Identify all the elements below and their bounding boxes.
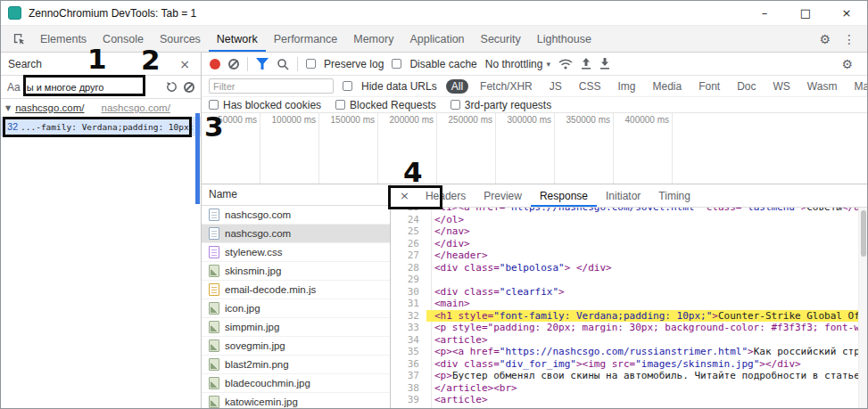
- more-menu-icon[interactable]: ⋮: [837, 26, 862, 52]
- tab-lighthouse[interactable]: Lighthouse: [529, 26, 599, 52]
- filter-chip-font[interactable]: Font: [693, 79, 725, 94]
- tab-security[interactable]: Security: [473, 26, 529, 52]
- request-row[interactable]: stylenew.css: [202, 243, 390, 262]
- network-settings-gear-icon[interactable]: ⚙: [835, 53, 859, 75]
- search-result-row[interactable]: 32 ...-family: Verdana;padding: 10px;: [1, 117, 201, 136]
- code-text: <main>: [426, 298, 858, 310]
- stylesheet-icon: [209, 246, 219, 258]
- code-text: <p>Бустер обменял свои скины на автомоби…: [426, 370, 858, 382]
- devtools-window: ZennoChromium DevTools: Tab = 1 – □ × El…: [0, 0, 868, 409]
- close-search-icon[interactable]: ×: [176, 57, 194, 71]
- image-icon: [209, 321, 219, 333]
- tab-performance[interactable]: Performance: [266, 26, 346, 52]
- code-text: [426, 274, 858, 286]
- request-row[interactable]: sovegmin.jpg: [202, 337, 390, 356]
- filter-chip-img[interactable]: Img: [612, 79, 641, 94]
- request-row[interactable]: nashcsgo.com: [202, 206, 390, 225]
- search-scrollbar-thumb[interactable]: [195, 113, 200, 204]
- timeline-tick: 300000 ms: [496, 113, 555, 184]
- timeline-overview[interactable]: 50000 ms 100000 ms 150000 ms 200000 ms 2…: [202, 113, 867, 184]
- request-row[interactable]: skinsmin.jpg: [202, 262, 390, 281]
- filter-chip-manifest[interactable]: Manifest: [848, 79, 868, 94]
- filter-funnel-icon[interactable]: [256, 58, 269, 70]
- minimize-button[interactable]: –: [744, 1, 785, 25]
- search-input[interactable]: [27, 79, 160, 95]
- tab-elements[interactable]: Elements: [32, 26, 95, 52]
- tab-console[interactable]: Console: [95, 26, 152, 52]
- line-number: 37: [391, 370, 426, 382]
- match-case-toggle[interactable]: Aa: [7, 81, 21, 94]
- close-detail-icon[interactable]: ×: [393, 189, 417, 202]
- maximize-button[interactable]: □: [785, 1, 826, 25]
- search-file-row[interactable]: ▼ nashcsgo.com/ nashcsgo.com/: [1, 99, 201, 117]
- clear-network-log-icon[interactable]: [228, 59, 239, 70]
- close-button[interactable]: ×: [826, 1, 867, 25]
- request-row[interactable]: nashcsgo.com: [202, 225, 390, 243]
- inspect-icon[interactable]: [6, 26, 32, 52]
- record-icon[interactable]: [210, 59, 220, 70]
- code-text: <div class="clearfix">: [426, 286, 858, 299]
- disable-cache-checkbox[interactable]: [392, 59, 401, 69]
- throttling-select[interactable]: No throttling ▾: [485, 58, 550, 70]
- line-number: 34: [391, 334, 426, 347]
- search-network-icon[interactable]: [277, 58, 289, 70]
- filter-chip-ws[interactable]: WS: [768, 79, 796, 94]
- request-row[interactable]: icon.jpg: [202, 299, 390, 318]
- request-row[interactable]: katowicemin.jpg: [202, 393, 390, 408]
- detail-tab-timing[interactable]: Timing: [649, 184, 699, 207]
- image-icon: [209, 396, 219, 408]
- search-panel: Search × Aa ▼ nashcsgo.com/ nashcsgo.com…: [1, 53, 202, 408]
- request-row[interactable]: blast2min.png: [202, 356, 390, 374]
- detail-tab-response[interactable]: Response: [531, 184, 597, 207]
- network-options-row: Has blocked cookies Blocked Requests 3rd…: [202, 97, 867, 113]
- disclosure-triangle-icon[interactable]: ▼: [5, 104, 11, 112]
- filter-chip-media[interactable]: Media: [647, 79, 687, 94]
- filter-input[interactable]: [209, 78, 334, 94]
- result-snippet: ...-family: Verdana;padding: 10px;: [21, 122, 194, 132]
- line-number: 33: [391, 322, 426, 334]
- code-line: 30<div class="clearfix">: [391, 286, 858, 299]
- clear-search-icon[interactable]: [184, 82, 194, 93]
- code-line: 25</nav>: [391, 225, 858, 238]
- network-conditions-icon[interactable]: [558, 59, 573, 70]
- tab-sources[interactable]: Sources: [152, 26, 209, 52]
- request-row[interactable]: bladecouchmin.jpg: [202, 374, 390, 393]
- line-number: 31: [391, 298, 426, 310]
- code-line: 26</div>: [391, 238, 858, 250]
- filter-chip-js[interactable]: JS: [544, 79, 567, 94]
- devtools-tab-bar: Elements Console Sources Network Perform…: [1, 26, 867, 53]
- search-file-path: nashcsgo.com/: [102, 102, 170, 113]
- code-line: 27</header>: [391, 249, 858, 262]
- timeline-tick: 150000 ms: [319, 113, 378, 184]
- line-number: 35: [391, 346, 426, 358]
- detail-tab-initiator[interactable]: Initiator: [597, 184, 649, 207]
- filter-chip-css[interactable]: CSS: [574, 79, 607, 94]
- blocked-requests-checkbox[interactable]: [335, 100, 345, 110]
- detail-tab-preview[interactable]: Preview: [475, 184, 531, 207]
- export-har-icon[interactable]: [599, 58, 610, 70]
- tab-network[interactable]: Network: [209, 26, 266, 52]
- third-party-requests-checkbox[interactable]: [451, 100, 460, 110]
- code-text: </ol>: [426, 214, 858, 226]
- filter-chip-all[interactable]: All: [446, 79, 468, 94]
- has-blocked-cookies-checkbox[interactable]: [209, 100, 219, 110]
- import-har-icon[interactable]: [581, 58, 591, 70]
- code-scrollbar-thumb[interactable]: [861, 210, 866, 257]
- filter-chip-doc[interactable]: Doc: [732, 79, 761, 94]
- refresh-icon[interactable]: [166, 81, 178, 93]
- blocked-requests-label: Blocked Requests: [350, 99, 436, 111]
- tab-memory[interactable]: Memory: [345, 26, 401, 52]
- filter-chip-fetch-xhr[interactable]: Fetch/XHR: [475, 79, 538, 94]
- tab-application[interactable]: Application: [401, 26, 472, 52]
- settings-gear-icon[interactable]: ⚙: [813, 26, 837, 52]
- request-row[interactable]: simpmin.jpg: [202, 318, 390, 337]
- search-file-name: nashcsgo.com/: [15, 102, 84, 113]
- hide-data-urls-checkbox[interactable]: [343, 81, 352, 91]
- filter-chip-wasm[interactable]: Wasm: [802, 79, 843, 94]
- detail-tab-headers[interactable]: Headers: [417, 184, 475, 207]
- network-filter-row: Hide data URLs All Fetch/XHR JS CSS Img …: [202, 76, 867, 97]
- preserve-log-checkbox[interactable]: [306, 59, 316, 69]
- line-number: 38: [391, 382, 426, 395]
- request-row[interactable]: email-decode.min.js: [202, 281, 390, 299]
- column-header-name[interactable]: Name: [202, 184, 390, 206]
